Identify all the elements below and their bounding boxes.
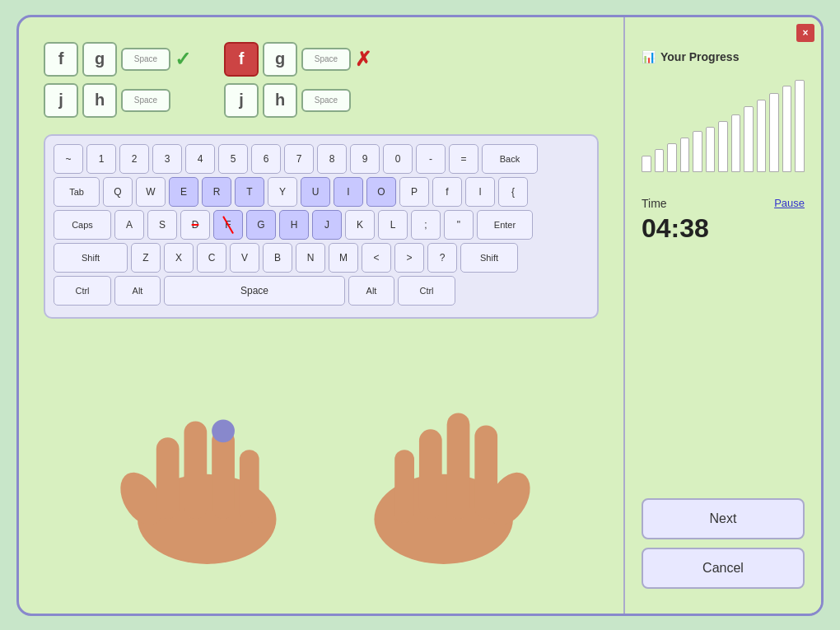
key-space-4: Space	[301, 89, 351, 112]
time-header: Time Pause	[642, 197, 805, 210]
key-row-2: j h Space	[44, 83, 191, 118]
kb-n: N	[296, 243, 325, 273]
kb-i: I	[334, 177, 363, 207]
cancel-button[interactable]: Cancel	[642, 548, 805, 589]
kb-alt-left: Alt	[114, 276, 161, 306]
kb-k: K	[345, 210, 375, 240]
kb-g: G	[246, 210, 276, 240]
svg-rect-6	[240, 450, 259, 523]
key-j-2: j	[224, 83, 259, 118]
kb-j: J	[312, 210, 342, 240]
kb-period: >	[394, 243, 424, 273]
kb-comma: <	[362, 243, 391, 273]
kb-caps: Caps	[54, 210, 111, 240]
kb-2: 2	[119, 144, 149, 174]
left-panel: f g Space ✓ j h Space f g Space ✗	[19, 17, 623, 614]
kb-bracket-r: l	[465, 177, 495, 207]
kb-6: 6	[251, 144, 281, 174]
kb-bracket-l: f	[432, 177, 462, 207]
kb-h: H	[279, 210, 309, 240]
svg-rect-9	[394, 450, 414, 523]
kb-m: M	[329, 243, 358, 273]
kb-7: 7	[284, 144, 314, 174]
hands-area	[44, 327, 599, 597]
svg-rect-10	[419, 429, 442, 519]
kb-p: P	[399, 177, 429, 207]
bar-12	[782, 86, 792, 172]
progress-title: 📊 Your Progress	[642, 50, 805, 63]
bar-5	[693, 131, 702, 172]
kb-d: D	[180, 210, 210, 240]
kb-y: Y	[268, 177, 297, 207]
bar-7	[718, 121, 728, 172]
next-button[interactable]: Next	[642, 498, 805, 539]
svg-rect-4	[212, 429, 235, 519]
kb-1: 1	[86, 144, 116, 174]
kb-quote: "	[444, 210, 474, 240]
kb-5: 5	[218, 144, 248, 174]
svg-rect-2	[156, 437, 180, 519]
timer-display: 04:38	[642, 213, 805, 244]
kb-w: W	[136, 177, 166, 207]
kb-slash: ?	[427, 243, 457, 273]
bar-10	[757, 100, 767, 172]
bar-4	[680, 138, 690, 172]
bar-1	[642, 156, 651, 172]
kb-t: T	[235, 177, 264, 207]
kb-9: 9	[350, 144, 380, 174]
key-h-1: h	[82, 83, 117, 118]
kb-row-qwerty: Tab Q W E R T Y U I O P f l {	[54, 177, 589, 207]
kb-tab: Tab	[54, 177, 100, 207]
kb-a: A	[114, 210, 144, 240]
kb-ctrl-right: Ctrl	[398, 276, 455, 306]
time-section: Time Pause 04:38	[642, 197, 805, 260]
kb-z: Z	[131, 243, 161, 273]
kb-x: X	[164, 243, 194, 273]
pause-button[interactable]: Pause	[774, 197, 805, 209]
kb-0: 0	[383, 144, 413, 174]
kb-backspace: Back	[482, 144, 538, 174]
key-row-1: f g Space ✓	[44, 42, 191, 77]
key-group-correct: f g Space ✓ j h Space	[44, 42, 191, 118]
right-hand	[374, 413, 539, 563]
kb-equals: =	[449, 144, 478, 174]
kb-o: O	[366, 177, 396, 207]
bar-6	[706, 127, 716, 172]
bar-3	[667, 143, 677, 172]
progress-section: 📊 Your Progress	[642, 50, 805, 189]
key-space-2: Space	[121, 89, 170, 112]
key-h-2: h	[263, 83, 297, 118]
key-row-4: j h Space	[224, 83, 371, 118]
key-row-3: f g Space ✗	[224, 42, 371, 77]
key-group-incorrect: f g Space ✗ j h Space	[224, 42, 371, 118]
progress-label: Your Progress	[660, 50, 739, 63]
key-sequences: f g Space ✓ j h Space f g Space ✗	[44, 42, 599, 118]
svg-rect-3	[184, 421, 207, 519]
bar-11	[769, 93, 779, 172]
chart-icon: 📊	[642, 50, 656, 63]
kb-alt-right: Alt	[348, 276, 394, 306]
kb-4: 4	[185, 144, 215, 174]
kb-v: V	[230, 243, 259, 273]
kb-shift-left: Shift	[54, 243, 128, 273]
bar-13	[795, 80, 805, 172]
hands-illustration	[44, 327, 599, 597]
kb-ctrl-left: Ctrl	[54, 276, 111, 306]
key-f-2-active: f	[224, 42, 259, 77]
kb-l: L	[378, 210, 408, 240]
kb-c: C	[197, 243, 226, 273]
svg-rect-12	[474, 425, 497, 519]
key-f-1: f	[44, 42, 78, 77]
bar-2	[655, 149, 665, 172]
close-button[interactable]: ×	[796, 24, 814, 42]
main-container: f g Space ✓ j h Space f g Space ✗	[16, 15, 824, 616]
keyboard-display: ~ 1 2 3 4 5 6 7 8 9 0 - = Back Tab Q W E	[44, 134, 599, 319]
kb-e: E	[169, 177, 198, 207]
bar-8	[731, 114, 741, 172]
left-hand	[112, 419, 277, 563]
kb-enter: Enter	[477, 210, 533, 240]
kb-backslash: {	[498, 177, 528, 207]
kb-row-bottom: Ctrl Alt Space Alt Ctrl	[54, 276, 589, 306]
progress-bar-chart	[642, 73, 805, 172]
key-space-3: Space	[301, 48, 351, 71]
